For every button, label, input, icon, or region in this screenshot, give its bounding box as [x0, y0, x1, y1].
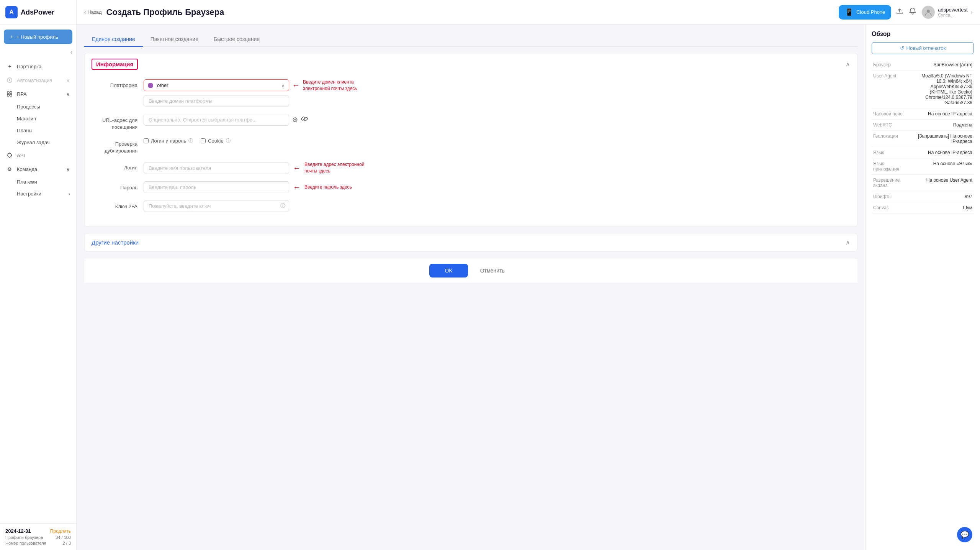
overview-row-label: Разрешение экрана [872, 175, 910, 191]
support-float-button[interactable]: 💬 [957, 527, 972, 542]
chevron-down-icon: ∨ [66, 91, 70, 97]
cloud-phone-button[interactable]: 📱 Cloud Phone [839, 5, 891, 20]
sidebar-item-label: Планы [17, 128, 33, 133]
sidebar-item-settings[interactable]: Настройки › [0, 188, 76, 200]
sidebar-item-rpa[interactable]: RPA ∨ [0, 87, 76, 101]
notification-icon-button[interactable] [909, 7, 916, 17]
sidebar-item-payments[interactable]: Платежи [0, 176, 76, 188]
user-number-stat: Номер пользователя 2 / 3 [5, 541, 71, 545]
rpa-icon [6, 90, 13, 97]
upload-icon-button[interactable] [896, 7, 903, 17]
platform-select[interactable]: other ∨ [144, 79, 289, 91]
sidebar-item-label: Журнал задач [17, 140, 50, 145]
overview-row-value: [Запрашивать] На основе IP-адреса [910, 131, 974, 147]
cloud-phone-icon: 📱 [845, 8, 853, 16]
overview-row-label: Шрифты [872, 191, 910, 202]
overview-row-value: SunBrowser [Авто] [910, 59, 974, 71]
avatar [922, 6, 935, 19]
sidebar-item-shop[interactable]: Магазин [0, 113, 76, 125]
sidebar-item-label: API [17, 153, 25, 158]
renew-link[interactable]: Продлить [50, 529, 71, 534]
tab-batch[interactable]: Пакетное создание [143, 32, 206, 47]
sidebar-item-plans[interactable]: Планы [0, 125, 76, 136]
sidebar-item-partnerka[interactable]: ✦ Партнерка [0, 59, 76, 73]
api-icon [6, 152, 13, 159]
logo-icon: A [5, 6, 18, 18]
sidebar-item-label: Команда [17, 166, 37, 172]
platform-label: Платформа [92, 79, 137, 89]
other-settings-title: Другие настройки [92, 239, 139, 246]
url-link-button[interactable] [301, 115, 308, 124]
overview-row-label: User-Agent [872, 71, 910, 108]
overview-table: БраузерSunBrowser [Авто]User-AgentMozill… [872, 59, 974, 213]
svg-rect-5 [10, 94, 12, 96]
twofa-label: Ключ 2FA [92, 200, 137, 210]
overview-row-value: На основе IP-адреса [910, 147, 974, 158]
login-password-info-icon: ⓘ [188, 138, 193, 144]
sidebar-item-label: Магазин [17, 116, 36, 121]
header-icons: adspowertest Супер... › [896, 6, 972, 19]
team-icon: ⚙ [6, 166, 13, 172]
url-add-button[interactable]: ⊕ [292, 115, 298, 124]
overview-table-row: User-AgentMozilla/5.0 (Windows NT 10.0; … [872, 71, 974, 108]
user-info[interactable]: adspowertest Супер... › [922, 6, 972, 19]
new-fingerprint-button[interactable]: ↺ Новый отпечаток [872, 42, 974, 54]
eye-icon[interactable]: ⓘ [280, 202, 285, 209]
information-section: Информация ∧ Платформа other ∨ [84, 53, 857, 227]
url-input[interactable] [144, 114, 289, 126]
other-settings-header[interactable]: Другие настройки ∧ [85, 233, 857, 251]
svg-rect-4 [7, 94, 9, 96]
cookie-info-icon: ⓘ [226, 138, 231, 144]
back-button[interactable]: ‹ Назад [84, 9, 102, 15]
section-title: Информация [92, 59, 138, 70]
svg-point-1 [9, 79, 10, 81]
cookie-checkbox-label[interactable]: Cookie ⓘ [201, 138, 230, 144]
duplicate-check-row: Проверка дублирования Логин и пароль ⓘ [92, 138, 850, 154]
overview-table-row: Часовой поясНа основе IP-адреса [872, 108, 974, 120]
sidebar-item-processes[interactable]: Процессы [0, 101, 76, 113]
overview-row-label: Canvas [872, 202, 910, 213]
overview-row-label: WebRTC [872, 120, 910, 131]
tab-single[interactable]: Единое создание [84, 32, 143, 47]
content-area: Единое создание Пакетное создание Быстро… [77, 25, 980, 550]
login-password-checkbox[interactable] [144, 138, 149, 143]
overview-row-value: Mozilla/5.0 (Windows NT 10.0; Win64; x64… [910, 71, 974, 108]
section-collapse-icon: ∧ [846, 61, 850, 68]
overview-table-row: ЯзыкНа основе IP-адреса [872, 147, 974, 158]
sidebar-item-task-log[interactable]: Журнал задач [0, 136, 76, 148]
login-password-checkbox-label[interactable]: Логин и пароль ⓘ [144, 138, 193, 144]
overview-row-label: Язык приложения [872, 158, 910, 175]
ok-button[interactable]: OK [429, 264, 468, 277]
collapse-button[interactable]: ‹ [70, 49, 72, 56]
sidebar-item-api[interactable]: API [0, 148, 76, 162]
overview-panel: Обзор ↺ Новый отпечаток БраузерSunBrowse… [865, 25, 980, 550]
cancel-button[interactable]: Отменить [473, 264, 512, 277]
login-hint-text: Введите адрес электронной почты здесь [304, 161, 373, 174]
overview-row-label: Часовой пояс [872, 108, 910, 120]
page-title: Создать Профиль Браузера [106, 7, 834, 17]
svg-rect-2 [7, 92, 9, 94]
overview-row-label: Браузер [872, 59, 910, 71]
twofa-input[interactable] [144, 200, 289, 212]
platform-domain-input[interactable] [144, 95, 289, 107]
form-body: Платформа other ∨ ← Введите до [85, 75, 857, 227]
url-label: URL-адрес для посещения [92, 114, 137, 131]
chevron-down-icon: ∨ [66, 166, 70, 172]
svg-rect-3 [10, 92, 12, 94]
platform-dot-icon [148, 83, 153, 88]
other-settings-collapse-icon: ∧ [846, 239, 850, 246]
password-input[interactable] [144, 181, 289, 193]
overview-row-value: 897 [910, 191, 974, 202]
sidebar-item-label: Автоматизация [17, 77, 52, 83]
cookie-checkbox[interactable] [201, 138, 206, 143]
footer-date: 2024-12-31 [5, 528, 31, 534]
new-profile-button[interactable]: ＋ + Новый профиль [4, 30, 72, 44]
overview-table-row: Геолокация[Запрашивать] На основе IP-адр… [872, 131, 974, 147]
section-header[interactable]: Информация ∧ [85, 53, 857, 75]
sidebar-item-team[interactable]: ⚙ Команда ∨ [0, 162, 76, 176]
tab-quick[interactable]: Быстрое создание [206, 32, 267, 47]
login-row: Логин ← Введите адрес электронной почты … [92, 161, 850, 174]
bottom-bar: OK Отменить [84, 258, 857, 283]
login-input[interactable] [144, 162, 289, 174]
duplicate-check-label: Проверка дублирования [92, 138, 137, 154]
